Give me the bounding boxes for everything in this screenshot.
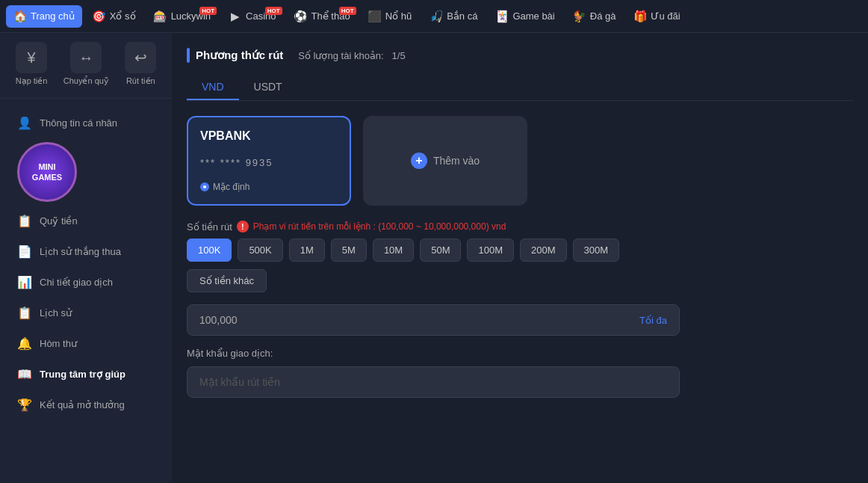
amount-section: Số tiền rút ! Phạm vi rút tiền trên mỗi … (187, 221, 853, 292)
trophy-icon: 🏆 (17, 398, 32, 412)
luckywin-icon: 🎰 (154, 10, 167, 23)
main-wrapper: ¥ Nạp tiền ↔ Chuyển quỹ ↩ Rút tiền 👤 Thô… (0, 33, 868, 483)
amount-btn-5m[interactable]: 5M (331, 239, 367, 262)
sidebar-menu: 👤 Thông tin cá nhân MINIGAMES 📋 Quỹ tiền… (0, 108, 172, 420)
help-icon: 📖 (17, 367, 32, 381)
bank-card-vpbank[interactable]: VPBANK *** **** 9935 Mặc định (187, 116, 351, 206)
history-icon: 📄 (17, 244, 32, 259)
nav-item-trang-chu[interactable]: 🏠 Trang chủ (6, 5, 82, 28)
amount-btn-300m[interactable]: 300M (573, 239, 620, 262)
nav-item-uu-dai[interactable]: 🎁 Ưu đãi (626, 5, 687, 28)
amount-btn-500k[interactable]: 500K (238, 239, 282, 262)
bank-card-number: *** **** 9935 (200, 157, 338, 168)
content-area: Phương thức rút Số lượng tài khoản: 1/5 … (172, 33, 868, 483)
amount-btn-1m[interactable]: 1M (289, 239, 325, 262)
other-amount-button[interactable]: Số tiền khác (187, 269, 267, 292)
amount-btn-10m[interactable]: 10M (373, 239, 414, 262)
chuyen-quy-icon: ↔ (70, 42, 102, 73)
hot-badge-the-thao: HOT (339, 7, 356, 15)
nav-item-no-hu[interactable]: ⬛ Nổ hũ (361, 5, 419, 28)
amount-btn-100k[interactable]: 100K (187, 239, 232, 262)
amount-btn-200m[interactable]: 200M (520, 239, 567, 262)
add-bank-card-button[interactable]: + Thêm vào (363, 116, 527, 206)
rooster-icon: 🐓 (573, 10, 586, 23)
radio-selected-icon (200, 182, 209, 191)
sidebar-item-quy-tien[interactable]: 📋 Quỹ tiền (0, 206, 172, 236)
nav-item-ban-ca[interactable]: 🎣 Bắn cá (422, 5, 485, 28)
hot-badge: HOT (199, 7, 217, 15)
casino-icon: ▶ (229, 10, 242, 23)
tab-usdt[interactable]: USDT (239, 75, 297, 100)
amount-buttons: 100K 500K 1M 5M 10M 50M 100M 200M 300M (187, 239, 853, 262)
hot-badge-casino: HOT (265, 7, 282, 15)
nap-tien-button[interactable]: ¥ Nạp tiền (16, 42, 48, 86)
tab-vnd[interactable]: VND (187, 75, 239, 100)
sidebar-item-ket-qua-mo-thuong[interactable]: 🏆 Kết quả mở thưởng (0, 390, 172, 420)
currency-tabs: VND USDT (187, 75, 853, 101)
user-icon: 👤 (17, 116, 32, 130)
nav-item-da-ga[interactable]: 🐓 Đá gà (565, 5, 624, 28)
nav-item-luckywin[interactable]: HOT 🎰 Luckywin (146, 5, 218, 28)
lich-su-icon: 📋 (17, 306, 32, 320)
amount-input-field[interactable]: 100,000 Tối đa (187, 304, 680, 336)
sidebar: ¥ Nạp tiền ↔ Chuyển quỹ ↩ Rút tiền 👤 Thô… (0, 33, 172, 483)
sidebar-item-thong-tin[interactable]: 👤 Thông tin cá nhân (0, 108, 172, 138)
bank-card-default: Mặc định (200, 182, 338, 192)
bank-cards-container: VPBANK *** **** 9935 Mặc định + Thêm vào (187, 116, 853, 206)
nav-item-game-bai[interactable]: 🃏 Game bài (488, 5, 562, 28)
nav-item-xo-so[interactable]: 🎯 Xổ số (85, 5, 143, 28)
bell-icon: 🔔 (17, 336, 32, 351)
top-navigation: 🏠 Trang chủ 🎯 Xổ số HOT 🎰 Luckywin HOT ▶… (0, 0, 868, 33)
plus-icon: + (411, 153, 427, 169)
fish-icon: 🎣 (430, 10, 443, 23)
nap-tien-icon: ¥ (16, 42, 47, 73)
gift-icon: 🎁 (633, 10, 647, 23)
page-header: Phương thức rút Số lượng tài khoản: 1/5 (187, 48, 853, 63)
rut-tien-icon: ↩ (125, 42, 156, 73)
amount-btn-100m[interactable]: 100M (467, 239, 514, 262)
nav-item-casino[interactable]: HOT ▶ Casino (221, 5, 283, 28)
page-title: Phương thức rút (187, 48, 283, 63)
lottery-icon: 🎯 (93, 10, 106, 23)
no-hu-icon: ⬛ (368, 10, 382, 23)
sidebar-item-lich-su-thang-thua[interactable]: 📄 Lịch sử thắng thua (0, 236, 172, 267)
transaction-icon: 📊 (17, 275, 32, 289)
sidebar-item-chi-tiet-giao-dich[interactable]: 📊 Chi tiết giao dịch (0, 267, 172, 298)
sidebar-item-lich-su[interactable]: 📋 Lịch sử (0, 298, 172, 328)
amount-label: Số tiền rút ! Phạm vi rút tiền trên mỗi … (187, 221, 853, 233)
amount-btn-50m[interactable]: 50M (420, 239, 461, 262)
chuyen-quy-button[interactable]: ↔ Chuyển quỹ (63, 42, 109, 86)
quy-tien-icon: 📋 (17, 214, 32, 228)
max-button[interactable]: Tối đa (639, 315, 667, 326)
password-label: Mật khẩu giao dịch: (187, 348, 853, 359)
sidebar-item-hop-thu[interactable]: 🔔 Hòm thư (0, 328, 172, 359)
sidebar-item-mini-games[interactable]: MINIGAMES (0, 138, 172, 206)
bank-card-name: VPBANK (200, 129, 338, 143)
cards-icon: 🃏 (495, 10, 509, 23)
account-count: Số lượng tài khoản: 1/5 (298, 50, 405, 61)
home-icon: 🏠 (13, 10, 27, 23)
warning-icon: ! (237, 221, 249, 233)
sidebar-item-trung-tam-tro-giup[interactable]: 📖 Trung tâm trợ giúp (0, 359, 172, 390)
password-input-field[interactable]: Mật khẩu rút tiền (187, 366, 680, 398)
nav-item-the-thao[interactable]: HOT ⚽ Thể thao (287, 5, 358, 28)
sidebar-actions: ¥ Nạp tiền ↔ Chuyển quỹ ↩ Rút tiền (0, 42, 172, 99)
sports-icon: ⚽ (294, 10, 308, 23)
mini-games-banner: MINIGAMES (17, 142, 77, 202)
rut-tien-button[interactable]: ↩ Rút tiền (125, 42, 156, 86)
